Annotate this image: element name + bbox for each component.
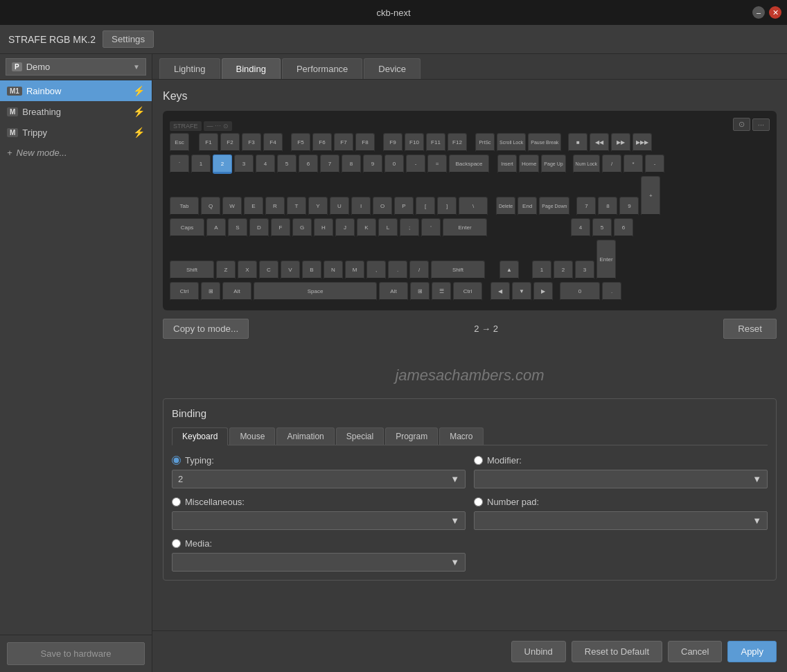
numberpad-radio-label[interactable]: Number pad:: [474, 497, 768, 507]
key-r[interactable]: R: [265, 197, 285, 216]
key-g[interactable]: G: [292, 218, 312, 238]
binding-tab-mouse[interactable]: Mouse: [229, 427, 275, 445]
key-enter[interactable]: Enter: [443, 218, 487, 238]
key-media2[interactable]: ◀◀: [590, 133, 609, 152]
key-f12[interactable]: F12: [448, 133, 467, 152]
key-rbracket[interactable]: ]: [437, 197, 457, 216]
reset-button[interactable]: Reset: [723, 319, 777, 339]
key-pgdn[interactable]: Page Down: [539, 197, 569, 216]
key-num4[interactable]: 4: [571, 218, 590, 238]
key-comma[interactable]: ,: [366, 260, 386, 280]
key-lalt[interactable]: Alt: [222, 282, 251, 301]
key-h[interactable]: H: [314, 218, 333, 238]
key-delete[interactable]: Delete: [496, 197, 515, 216]
key-backspace[interactable]: Backspace: [449, 154, 489, 174]
modifier-radio-label[interactable]: Modifier:: [474, 455, 768, 466]
profile-dropdown[interactable]: P Demo ▼: [6, 58, 146, 76]
key-f[interactable]: F: [271, 218, 290, 238]
key-2[interactable]: 2: [213, 154, 232, 174]
key-num5[interactable]: 5: [592, 218, 612, 238]
typing-dropdown[interactable]: 2 ▼: [172, 470, 466, 488]
key-home[interactable]: Home: [519, 154, 539, 174]
key-f5[interactable]: F5: [291, 133, 310, 152]
key-6[interactable]: 6: [299, 154, 318, 174]
key-pause[interactable]: Pause Break: [528, 133, 561, 152]
key-f3[interactable]: F3: [242, 133, 261, 152]
key-numdot[interactable]: .: [602, 282, 621, 301]
key-scrlk[interactable]: Scroll Lock: [497, 133, 526, 152]
key-m[interactable]: M: [345, 260, 364, 280]
key-num1[interactable]: 1: [532, 260, 551, 280]
key-arrow-down[interactable]: ▼: [512, 282, 531, 301]
key-num9[interactable]: 9: [619, 197, 639, 216]
new-mode-item[interactable]: + New mode...: [0, 143, 152, 163]
key-fn-icon[interactable]: ⊞: [410, 282, 430, 301]
key-y[interactable]: Y: [308, 197, 328, 216]
key-p[interactable]: P: [394, 197, 414, 216]
key-num6[interactable]: 6: [614, 218, 633, 238]
binding-tab-keyboard[interactable]: Keyboard: [172, 427, 228, 445]
binding-tab-animation[interactable]: Animation: [276, 427, 334, 445]
key-f4[interactable]: F4: [263, 133, 283, 152]
save-to-hardware-button[interactable]: Save to hardware: [7, 642, 145, 665]
key-media1[interactable]: ■: [568, 133, 587, 152]
key-num-minus[interactable]: -: [645, 154, 664, 174]
key-0[interactable]: 0: [384, 154, 404, 174]
key-quote[interactable]: ': [421, 218, 441, 238]
key-slash[interactable]: /: [409, 260, 429, 280]
key-arrow-right[interactable]: ▶: [533, 282, 553, 301]
numberpad-radio[interactable]: [474, 497, 483, 506]
tab-device[interactable]: Device: [364, 58, 421, 79]
key-f9[interactable]: F9: [383, 133, 403, 152]
key-4[interactable]: 4: [256, 154, 275, 174]
key-media3[interactable]: ▶▶: [611, 133, 630, 152]
media-dropdown[interactable]: ▼: [172, 553, 466, 572]
key-period[interactable]: .: [388, 260, 407, 280]
mode-item-rainbow[interactable]: M1 Rainbow ⚡: [0, 80, 152, 101]
key-minus[interactable]: -: [406, 154, 425, 174]
key-o[interactable]: O: [373, 197, 392, 216]
key-a[interactable]: A: [206, 218, 226, 238]
key-7[interactable]: 7: [320, 154, 339, 174]
key-w[interactable]: W: [222, 197, 242, 216]
key-num-plus[interactable]: +: [641, 176, 660, 216]
key-t[interactable]: T: [287, 197, 306, 216]
misc-radio[interactable]: [172, 497, 181, 506]
typing-radio[interactable]: [172, 456, 181, 465]
tab-performance[interactable]: Performance: [282, 58, 362, 79]
key-caps[interactable]: Caps: [170, 218, 204, 238]
key-semicolon[interactable]: ;: [400, 218, 419, 238]
media-radio-label[interactable]: Media:: [172, 538, 466, 549]
key-num8[interactable]: 8: [598, 197, 617, 216]
key-prtsc[interactable]: PrtSc: [475, 133, 495, 152]
misc-radio-label[interactable]: Miscellaneous:: [172, 497, 466, 507]
kb-menu-icon[interactable]: ···: [752, 118, 770, 131]
key-l[interactable]: L: [378, 218, 398, 238]
key-rctrl[interactable]: Ctrl: [453, 282, 482, 301]
apply-button[interactable]: Apply: [727, 641, 777, 662]
key-arrow-up[interactable]: ▲: [499, 260, 519, 280]
binding-tab-macro[interactable]: Macro: [439, 427, 483, 445]
key-1[interactable]: 1: [191, 154, 211, 174]
key-win-icon[interactable]: ⊞: [201, 282, 220, 301]
key-tab[interactable]: Tab: [170, 197, 199, 216]
key-8[interactable]: 8: [342, 154, 361, 174]
key-backslash[interactable]: \: [459, 197, 488, 216]
numberpad-dropdown[interactable]: ▼: [474, 511, 768, 530]
key-rshift[interactable]: Shift: [431, 260, 485, 280]
misc-select[interactable]: [178, 515, 450, 526]
key-9[interactable]: 9: [363, 154, 382, 174]
modifier-dropdown[interactable]: ▼: [474, 470, 768, 488]
misc-dropdown[interactable]: ▼: [172, 511, 466, 530]
key-f11[interactable]: F11: [426, 133, 445, 152]
key-f2[interactable]: F2: [220, 133, 240, 152]
key-insert[interactable]: Insert: [497, 154, 517, 174]
cancel-button[interactable]: Cancel: [668, 641, 722, 662]
key-5[interactable]: 5: [277, 154, 297, 174]
mode-item-trippy[interactable]: M Trippy ⚡: [0, 122, 152, 143]
numberpad-select[interactable]: [480, 515, 752, 526]
key-d[interactable]: D: [249, 218, 269, 238]
key-backtick[interactable]: `: [170, 154, 189, 174]
key-lctrl[interactable]: Ctrl: [170, 282, 199, 301]
mode-item-breathing[interactable]: M Breathing ⚡: [0, 101, 152, 122]
